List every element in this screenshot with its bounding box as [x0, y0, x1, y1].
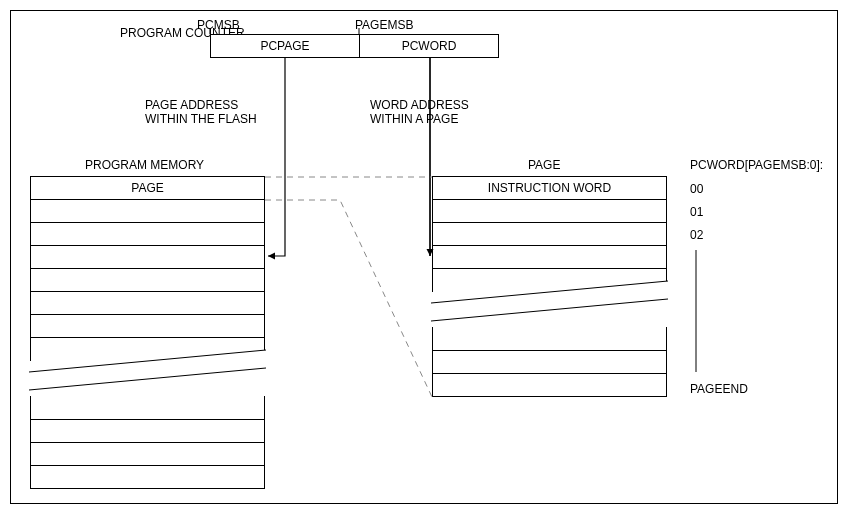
svg-marker-6 — [431, 281, 668, 321]
svg-marker-3 — [29, 350, 266, 390]
diagram-lines — [0, 0, 846, 512]
